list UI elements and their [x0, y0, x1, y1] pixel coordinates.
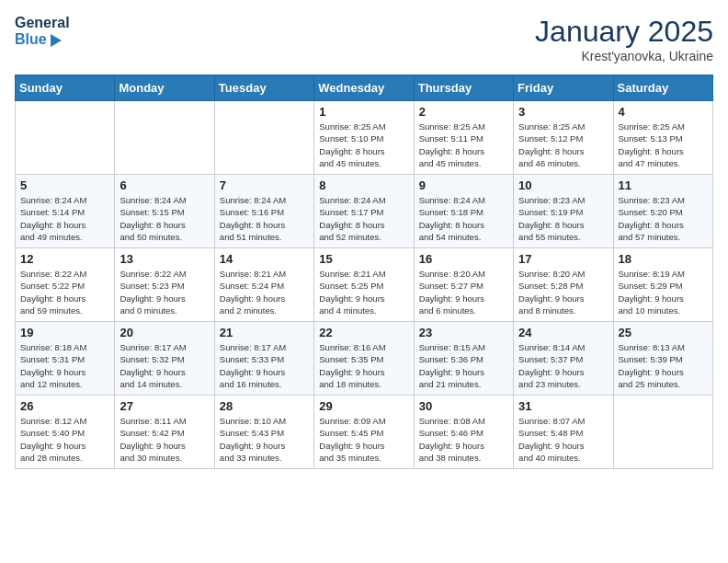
logo-text-block: GeneralBlue [15, 15, 70, 49]
day-number: 15 [319, 252, 408, 266]
day-number: 28 [220, 399, 309, 413]
day-info: Sunrise: 8:22 AM Sunset: 5:23 PM Dayligh… [119, 268, 209, 316]
day-info: Sunrise: 8:24 AM Sunset: 5:17 PM Dayligh… [319, 194, 408, 243]
page-header: GeneralBlue January 2025 Krest'yanovka, … [15, 15, 713, 63]
day-number: 30 [419, 399, 508, 413]
day-info: Sunrise: 8:07 AM Sunset: 5:48 PM Dayligh… [518, 415, 608, 464]
calendar-cell: 29Sunrise: 8:09 AM Sunset: 5:45 PM Dayli… [314, 396, 414, 469]
day-info: Sunrise: 8:23 AM Sunset: 5:19 PM Dayligh… [518, 194, 608, 243]
day-info: Sunrise: 8:21 AM Sunset: 5:24 PM Dayligh… [220, 268, 309, 316]
day-info: Sunrise: 8:24 AM Sunset: 5:14 PM Dayligh… [20, 194, 109, 243]
day-number: 20 [119, 326, 209, 339]
calendar-cell: 20Sunrise: 8:17 AM Sunset: 5:32 PM Dayli… [115, 322, 214, 396]
svg-marker-0 [51, 34, 62, 47]
calendar-cell: 6Sunrise: 8:24 AM Sunset: 5:15 PM Daylig… [115, 175, 214, 248]
weekday-header-wednesday: Wednesday [314, 75, 414, 101]
calendar-cell: 24Sunrise: 8:14 AM Sunset: 5:37 PM Dayli… [514, 322, 613, 396]
calendar-cell: 26Sunrise: 8:12 AM Sunset: 5:40 PM Dayli… [16, 396, 115, 469]
calendar-week-1: 1Sunrise: 8:25 AM Sunset: 5:10 PM Daylig… [16, 101, 713, 175]
day-number: 21 [220, 326, 309, 339]
day-number: 12 [20, 252, 109, 266]
weekday-header-friday: Friday [514, 75, 613, 101]
day-number: 9 [419, 178, 508, 192]
location: Krest'yanovka, Ukraine [535, 49, 713, 63]
day-number: 5 [20, 178, 109, 192]
day-number: 13 [119, 252, 209, 266]
day-info: Sunrise: 8:10 AM Sunset: 5:43 PM Dayligh… [220, 415, 309, 464]
day-number: 10 [518, 178, 608, 192]
calendar-cell: 2Sunrise: 8:25 AM Sunset: 5:11 PM Daylig… [414, 101, 513, 175]
calendar-cell: 3Sunrise: 8:25 AM Sunset: 5:12 PM Daylig… [514, 101, 613, 175]
weekday-header-monday: Monday [115, 75, 214, 101]
day-info: Sunrise: 8:22 AM Sunset: 5:22 PM Dayligh… [20, 268, 109, 316]
calendar-cell: 9Sunrise: 8:24 AM Sunset: 5:18 PM Daylig… [414, 175, 513, 248]
day-number: 6 [119, 178, 209, 192]
calendar-cell: 25Sunrise: 8:13 AM Sunset: 5:39 PM Dayli… [613, 322, 712, 396]
day-number: 18 [619, 252, 708, 266]
calendar-cell: 12Sunrise: 8:22 AM Sunset: 5:22 PM Dayli… [16, 248, 115, 322]
day-info: Sunrise: 8:16 AM Sunset: 5:35 PM Dayligh… [319, 341, 408, 390]
day-number: 16 [419, 252, 508, 266]
calendar-cell: 15Sunrise: 8:21 AM Sunset: 5:25 PM Dayli… [314, 248, 414, 322]
day-info: Sunrise: 8:12 AM Sunset: 5:40 PM Dayligh… [20, 415, 109, 464]
day-number: 19 [20, 326, 109, 339]
calendar-cell: 7Sunrise: 8:24 AM Sunset: 5:16 PM Daylig… [214, 175, 313, 248]
calendar-cell: 31Sunrise: 8:07 AM Sunset: 5:48 PM Dayli… [514, 396, 613, 469]
calendar-cell: 16Sunrise: 8:20 AM Sunset: 5:27 PM Dayli… [414, 248, 513, 322]
day-info: Sunrise: 8:25 AM Sunset: 5:10 PM Dayligh… [319, 121, 408, 169]
day-info: Sunrise: 8:17 AM Sunset: 5:32 PM Dayligh… [119, 341, 209, 390]
day-info: Sunrise: 8:15 AM Sunset: 5:36 PM Dayligh… [419, 341, 508, 390]
day-number: 27 [119, 399, 209, 413]
day-number: 25 [619, 326, 708, 339]
day-number: 26 [20, 399, 109, 413]
calendar-week-5: 26Sunrise: 8:12 AM Sunset: 5:40 PM Dayli… [16, 396, 713, 469]
calendar-table: SundayMondayTuesdayWednesdayThursdayFrid… [15, 75, 713, 469]
day-number: 31 [518, 399, 608, 413]
day-info: Sunrise: 8:25 AM Sunset: 5:13 PM Dayligh… [619, 121, 708, 169]
calendar-cell: 21Sunrise: 8:17 AM Sunset: 5:33 PM Dayli… [214, 322, 313, 396]
logo: GeneralBlue [15, 15, 70, 49]
title-block: January 2025 Krest'yanovka, Ukraine [535, 15, 713, 63]
calendar-cell: 1Sunrise: 8:25 AM Sunset: 5:10 PM Daylig… [314, 101, 414, 175]
day-info: Sunrise: 8:20 AM Sunset: 5:27 PM Dayligh… [419, 268, 508, 316]
day-number: 23 [419, 326, 508, 339]
calendar-cell [16, 101, 115, 175]
calendar-cell: 22Sunrise: 8:16 AM Sunset: 5:35 PM Dayli… [314, 322, 414, 396]
day-info: Sunrise: 8:23 AM Sunset: 5:20 PM Dayligh… [619, 194, 708, 243]
day-info: Sunrise: 8:24 AM Sunset: 5:18 PM Dayligh… [419, 194, 508, 243]
day-info: Sunrise: 8:09 AM Sunset: 5:45 PM Dayligh… [319, 415, 408, 464]
day-info: Sunrise: 8:24 AM Sunset: 5:15 PM Dayligh… [119, 194, 209, 243]
day-info: Sunrise: 8:08 AM Sunset: 5:46 PM Dayligh… [419, 415, 508, 464]
day-info: Sunrise: 8:20 AM Sunset: 5:28 PM Dayligh… [518, 268, 608, 316]
day-info: Sunrise: 8:13 AM Sunset: 5:39 PM Dayligh… [619, 341, 708, 390]
calendar-cell: 5Sunrise: 8:24 AM Sunset: 5:14 PM Daylig… [16, 175, 115, 248]
day-info: Sunrise: 8:25 AM Sunset: 5:12 PM Dayligh… [518, 121, 608, 169]
calendar-cell: 18Sunrise: 8:19 AM Sunset: 5:29 PM Dayli… [613, 248, 712, 322]
calendar-cell: 13Sunrise: 8:22 AM Sunset: 5:23 PM Dayli… [115, 248, 214, 322]
day-number: 4 [619, 105, 708, 119]
weekday-header-thursday: Thursday [414, 75, 513, 101]
calendar-cell: 8Sunrise: 8:24 AM Sunset: 5:17 PM Daylig… [314, 175, 414, 248]
calendar-cell: 11Sunrise: 8:23 AM Sunset: 5:20 PM Dayli… [613, 175, 712, 248]
day-number: 1 [319, 105, 408, 119]
weekday-header-sunday: Sunday [16, 75, 115, 101]
calendar-cell: 23Sunrise: 8:15 AM Sunset: 5:36 PM Dayli… [414, 322, 513, 396]
day-info: Sunrise: 8:17 AM Sunset: 5:33 PM Dayligh… [220, 341, 309, 390]
calendar-cell [115, 101, 214, 175]
calendar-week-3: 12Sunrise: 8:22 AM Sunset: 5:22 PM Dayli… [16, 248, 713, 322]
day-info: Sunrise: 8:21 AM Sunset: 5:25 PM Dayligh… [319, 268, 408, 316]
day-number: 7 [220, 178, 309, 192]
calendar-cell [613, 396, 712, 469]
calendar-week-4: 19Sunrise: 8:18 AM Sunset: 5:31 PM Dayli… [16, 322, 713, 396]
calendar-cell: 10Sunrise: 8:23 AM Sunset: 5:19 PM Dayli… [514, 175, 613, 248]
weekday-header-saturday: Saturday [613, 75, 712, 101]
day-info: Sunrise: 8:18 AM Sunset: 5:31 PM Dayligh… [20, 341, 109, 390]
weekday-header-tuesday: Tuesday [214, 75, 313, 101]
day-number: 29 [319, 399, 408, 413]
day-number: 24 [518, 326, 608, 339]
day-number: 3 [518, 105, 608, 119]
logo-blue: Blue [15, 31, 70, 48]
calendar-cell: 27Sunrise: 8:11 AM Sunset: 5:42 PM Dayli… [115, 396, 214, 469]
calendar-week-2: 5Sunrise: 8:24 AM Sunset: 5:14 PM Daylig… [16, 175, 713, 248]
calendar-cell: 14Sunrise: 8:21 AM Sunset: 5:24 PM Dayli… [214, 248, 313, 322]
